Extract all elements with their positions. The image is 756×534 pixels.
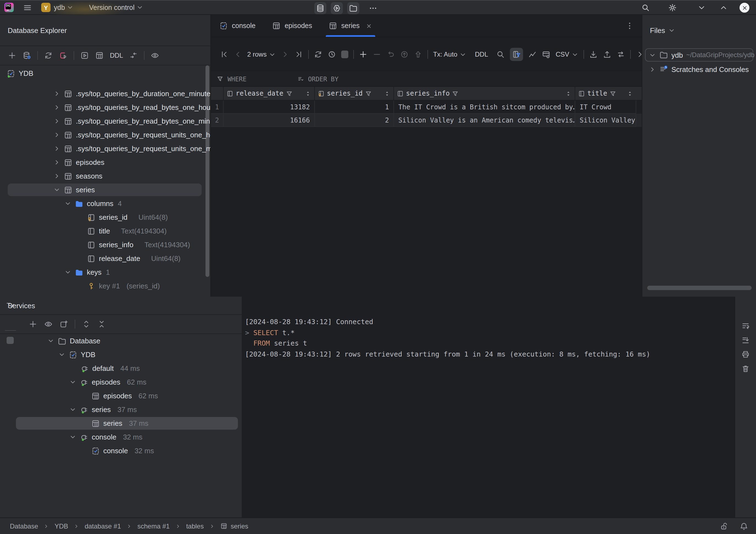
cell-series-id[interactable]: 2	[315, 114, 394, 127]
open-data-icon[interactable]	[95, 51, 104, 60]
breadcrumb-database1[interactable]: database #1	[85, 522, 121, 530]
next-page-icon[interactable]	[281, 50, 290, 59]
corner-header-cell[interactable]	[211, 87, 224, 100]
chevron-down-icon[interactable]	[64, 200, 71, 207]
close-window-button[interactable]	[739, 2, 750, 14]
reload-data-icon[interactable]	[314, 50, 323, 59]
ddl-button[interactable]: DDL	[475, 51, 488, 58]
chart-view-icon[interactable]	[528, 50, 537, 59]
project-widget[interactable]: Y ydb	[41, 3, 74, 12]
breadcrumb-tables[interactable]: tables	[186, 522, 204, 530]
table-view-icon[interactable]	[542, 50, 551, 59]
chevron-down-icon[interactable]	[64, 269, 71, 276]
order-by-field[interactable]: ORDER BY	[308, 75, 338, 83]
compare-icon[interactable]	[616, 50, 625, 59]
row-number[interactable]: 2	[211, 114, 224, 127]
tree-item-table[interactable]: .sys/top_queries_by_request_units_one_mi…	[0, 142, 210, 155]
tree-item-column[interactable]: release_date Uint64(8)	[0, 252, 210, 265]
revert-icon[interactable]	[387, 50, 395, 59]
tx-mode-dropdown[interactable]: Tx: Auto	[433, 51, 467, 58]
sort-icon[interactable]	[626, 90, 634, 97]
clear-output-icon[interactable]	[741, 364, 750, 373]
add-service-icon[interactable]	[29, 320, 37, 329]
query-history-icon[interactable]	[328, 50, 337, 59]
delete-row-icon[interactable]	[373, 50, 382, 59]
funnel-icon[interactable]	[609, 90, 616, 97]
view-options-icon[interactable]	[44, 320, 53, 329]
more-toolbar-icon[interactable]	[636, 50, 642, 59]
chevron-down-icon[interactable]	[69, 406, 76, 413]
print-icon[interactable]	[741, 350, 750, 359]
export-format-dropdown[interactable]: CSV	[556, 51, 579, 58]
tree-item-ydb-root[interactable]: YDB	[0, 67, 210, 80]
services-item-session[interactable]: episodes 62 ms	[0, 375, 242, 389]
cell-series-id[interactable]: 1	[315, 100, 394, 114]
stop-query-button[interactable]	[341, 51, 349, 58]
funnel-icon[interactable]	[285, 90, 293, 97]
tree-item-column[interactable]: series_info Text(4194304)	[0, 238, 210, 252]
tree-item-keys-folder[interactable]: keys 1	[0, 265, 210, 279]
services-item-session[interactable]: default 44 ms	[0, 361, 242, 375]
run-tool-button[interactable]	[331, 2, 343, 14]
services-item-result[interactable]: episodes 62 ms	[0, 389, 242, 403]
header-series-info[interactable]: series_info	[394, 87, 575, 100]
where-funnel-icon[interactable]	[216, 75, 224, 82]
project-files-button[interactable]	[347, 2, 359, 14]
breadcrumb-schema1[interactable]: schema #1	[137, 522, 170, 530]
row-number[interactable]: 1	[211, 100, 224, 114]
last-page-icon[interactable]	[295, 50, 304, 59]
jump-to-editor-icon[interactable]	[129, 51, 138, 60]
expand-all-icon[interactable]	[82, 320, 91, 329]
chevron-down-icon[interactable]	[69, 379, 76, 386]
find-icon[interactable]	[497, 50, 505, 59]
more-actions-button[interactable]	[367, 2, 379, 14]
sort-icon[interactable]	[384, 90, 391, 97]
chevron-right-icon[interactable]	[649, 66, 656, 73]
close-tab-icon[interactable]	[365, 22, 373, 29]
header-release-date[interactable]: release_date	[224, 87, 315, 100]
scroll-to-end-icon[interactable]	[741, 336, 750, 344]
refresh-icon[interactable]	[44, 51, 53, 60]
files-item-scratches[interactable]: Scratches and Consoles	[642, 62, 756, 76]
cell-release-date[interactable]: 16166	[224, 114, 315, 127]
tree-item-table[interactable]: .sys/top_queries_by_read_bytes_one_minut…	[0, 114, 210, 128]
tab-series[interactable]: series	[320, 15, 381, 37]
tree-item-table[interactable]: .sys/top_queries_by_read_bytes_one_hour	[0, 100, 210, 114]
open-in-new-tab-icon[interactable]	[59, 320, 68, 329]
services-item-result-selected[interactable]: series 37 ms	[0, 416, 242, 430]
funnel-icon[interactable]	[452, 90, 459, 97]
tree-item-columns-folder[interactable]: columns 4	[0, 197, 210, 210]
cell-release-date[interactable]: 13182	[224, 100, 315, 114]
add-datasource-icon[interactable]	[8, 51, 16, 60]
order-by-icon[interactable]	[297, 75, 304, 82]
open-console-icon[interactable]	[80, 51, 89, 60]
previous-page-icon[interactable]	[233, 50, 242, 59]
sort-icon[interactable]	[304, 90, 311, 97]
chevron-down-icon[interactable]	[53, 186, 61, 193]
chevron-right-icon[interactable]	[53, 90, 61, 97]
cell-title[interactable]: IT Crowd	[575, 100, 636, 114]
collapse-all-icon[interactable]	[97, 320, 106, 329]
search-everywhere-button[interactable]	[639, 2, 652, 14]
services-item-session[interactable]: series 37 ms	[0, 403, 242, 416]
cell-title[interactable]: Silicon Valley	[575, 114, 636, 127]
datasource-properties-icon[interactable]	[22, 51, 31, 60]
chevron-right-icon[interactable]	[53, 118, 61, 125]
maximize-button[interactable]	[717, 2, 730, 14]
cell-series-info[interactable]: The IT Crowd is a British sitcom produce…	[394, 100, 575, 114]
services-item-session[interactable]: console 32 ms	[0, 430, 242, 444]
services-item-console[interactable]: console 32 ms	[0, 444, 242, 458]
lock-open-icon[interactable]	[720, 521, 729, 530]
ddl-button[interactable]: DDL	[110, 52, 123, 59]
chevron-down-icon[interactable]	[58, 351, 66, 358]
breadcrumb-database[interactable]: Database	[10, 522, 38, 530]
import-icon[interactable]	[589, 50, 598, 59]
funnel-icon[interactable]	[365, 90, 372, 97]
settings-button[interactable]	[666, 2, 679, 14]
tab-console[interactable]: console	[211, 15, 264, 37]
add-row-icon[interactable]	[359, 50, 368, 59]
tree-item-column[interactable]: title Text(4194304)	[0, 224, 210, 238]
chevron-down-icon[interactable]	[47, 337, 54, 344]
filter-button[interactable]	[510, 48, 523, 61]
chevron-right-icon[interactable]	[53, 104, 61, 111]
